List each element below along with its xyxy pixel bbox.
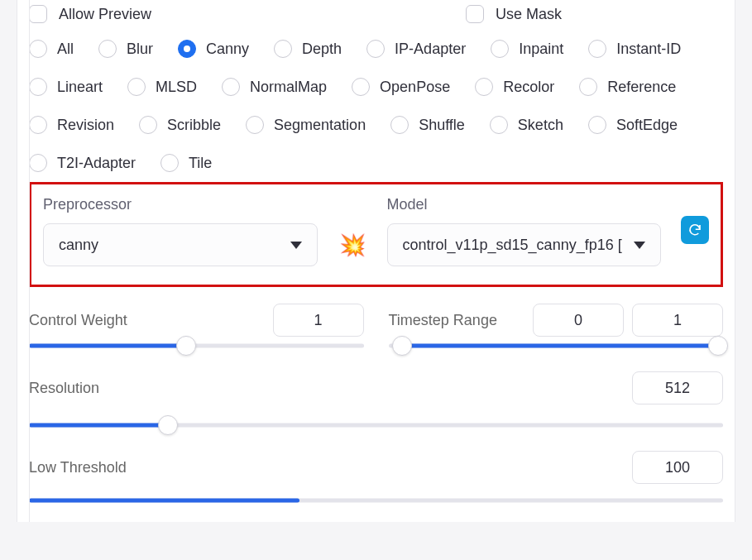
radio-label: Depth (302, 41, 342, 58)
radio-label: OpenPose (380, 79, 450, 96)
radio-label: Scribble (167, 117, 221, 134)
control-weight-slider[interactable] (29, 337, 364, 355)
radio-circle (127, 78, 146, 96)
control-type-all[interactable]: All (29, 40, 74, 58)
radio-label: Recolor (503, 79, 554, 96)
control-type-instant-id[interactable]: Instant-ID (588, 40, 681, 58)
radio-label: All (57, 41, 74, 58)
radio-circle (178, 40, 196, 58)
radio-label: SoftEdge (616, 117, 678, 134)
slider-thumb[interactable] (158, 415, 178, 435)
control-type-ip-adapter[interactable]: IP-Adapter (366, 40, 466, 58)
allow-preview-label: Allow Preview (59, 6, 151, 23)
radio-circle (274, 40, 292, 58)
radio-label: NormalMap (250, 79, 327, 96)
explosion-icon[interactable]: 💥 (338, 223, 367, 266)
slider-thumb-high[interactable] (708, 336, 728, 356)
use-mask-checkbox[interactable]: Use Mask (466, 5, 562, 23)
radio-label: Segmentation (274, 117, 366, 134)
radio-circle (246, 116, 264, 134)
radio-circle (139, 116, 157, 134)
control-weight-value[interactable]: 1 (273, 304, 364, 337)
control-type-tile[interactable]: Tile (160, 154, 212, 172)
use-mask-label: Use Mask (496, 6, 562, 23)
timestep-low-value[interactable]: 0 (533, 304, 624, 337)
control-type-normalmap[interactable]: NormalMap (222, 78, 327, 96)
radio-label: Revision (57, 117, 114, 134)
radio-circle (579, 78, 597, 96)
control-type-revision[interactable]: Revision (29, 116, 114, 134)
resolution-value[interactable]: 512 (632, 371, 723, 404)
preprocessor-value: canny (59, 237, 98, 254)
radio-circle (29, 78, 47, 96)
control-type-blur[interactable]: Blur (98, 40, 153, 58)
timestep-range-slider[interactable] (389, 337, 724, 355)
control-type-softedge[interactable]: SoftEdge (588, 116, 678, 134)
chevron-down-icon (290, 242, 302, 249)
refresh-button[interactable] (681, 216, 709, 244)
low-threshold-label: Low Threshold (29, 459, 127, 476)
control-type-reference[interactable]: Reference (579, 78, 676, 96)
radio-circle (475, 78, 493, 96)
model-label: Model (387, 196, 662, 213)
radio-label: Inpaint (519, 41, 563, 58)
refresh-icon (687, 223, 702, 237)
control-type-openpose[interactable]: OpenPose (352, 78, 450, 96)
radio-label: Reference (607, 79, 676, 96)
radio-circle (352, 78, 370, 96)
timestep-high-value[interactable]: 1 (632, 304, 723, 337)
radio-label: T2I-Adapter (57, 155, 136, 172)
radio-label: IP-Adapter (395, 41, 466, 58)
control-type-canny[interactable]: Canny (178, 40, 249, 58)
control-type-segmentation[interactable]: Segmentation (246, 116, 366, 134)
control-type-inpaint[interactable]: Inpaint (491, 40, 563, 58)
radio-label: MLSD (156, 79, 197, 96)
chevron-down-icon (634, 242, 645, 249)
control-type-depth[interactable]: Depth (274, 40, 342, 58)
checkbox-box (466, 5, 484, 23)
radio-label: Tile (189, 155, 212, 172)
model-value: control_v11p_sd15_canny_fp16 [ (403, 237, 622, 254)
preproc-model-highlight: Preprocessor canny 💥 Model control_v11p_… (29, 182, 723, 287)
control-type-mlsd[interactable]: MLSD (127, 78, 197, 96)
radio-label: Shuffle (419, 117, 465, 134)
radio-circle (98, 40, 117, 58)
radio-label: Sketch (518, 117, 563, 134)
radio-circle (29, 154, 47, 172)
preprocessor-dropdown[interactable]: canny (43, 223, 318, 266)
radio-label: Lineart (57, 79, 103, 96)
radio-label: Canny (206, 41, 249, 58)
radio-circle (160, 154, 179, 172)
low-threshold-slider[interactable] (29, 495, 723, 505)
slider-thumb-low[interactable] (392, 336, 412, 356)
radio-circle (588, 40, 606, 58)
control-type-radio-group: AllBlurCannyDepthIP-AdapterInpaintInstan… (29, 40, 723, 177)
low-threshold-value[interactable]: 100 (632, 451, 723, 484)
radio-circle (222, 78, 240, 96)
resolution-slider[interactable] (29, 416, 723, 434)
control-type-sketch[interactable]: Sketch (490, 116, 563, 134)
control-type-lineart[interactable]: Lineart (29, 78, 103, 96)
slider-thumb[interactable] (176, 336, 196, 356)
radio-circle (490, 116, 508, 134)
allow-preview-checkbox[interactable]: Allow Preview (29, 5, 151, 23)
radio-circle (491, 40, 509, 58)
radio-label: Instant-ID (616, 41, 681, 58)
checkbox-box (29, 5, 47, 23)
radio-circle (29, 40, 47, 58)
radio-label: Blur (127, 41, 153, 58)
radio-circle (588, 116, 606, 134)
resolution-label: Resolution (29, 380, 99, 397)
radio-circle (29, 116, 47, 134)
control-weight-label: Control Weight (29, 312, 127, 329)
radio-circle (366, 40, 385, 58)
control-type-t2i-adapter[interactable]: T2I-Adapter (29, 154, 136, 172)
control-type-scribble[interactable]: Scribble (139, 116, 221, 134)
model-dropdown[interactable]: control_v11p_sd15_canny_fp16 [ (387, 223, 662, 266)
control-type-shuffle[interactable]: Shuffle (390, 116, 465, 134)
control-type-recolor[interactable]: Recolor (475, 78, 554, 96)
preprocessor-label: Preprocessor (43, 196, 318, 213)
timestep-range-label: Timestep Range (389, 312, 497, 329)
radio-circle (390, 116, 409, 134)
